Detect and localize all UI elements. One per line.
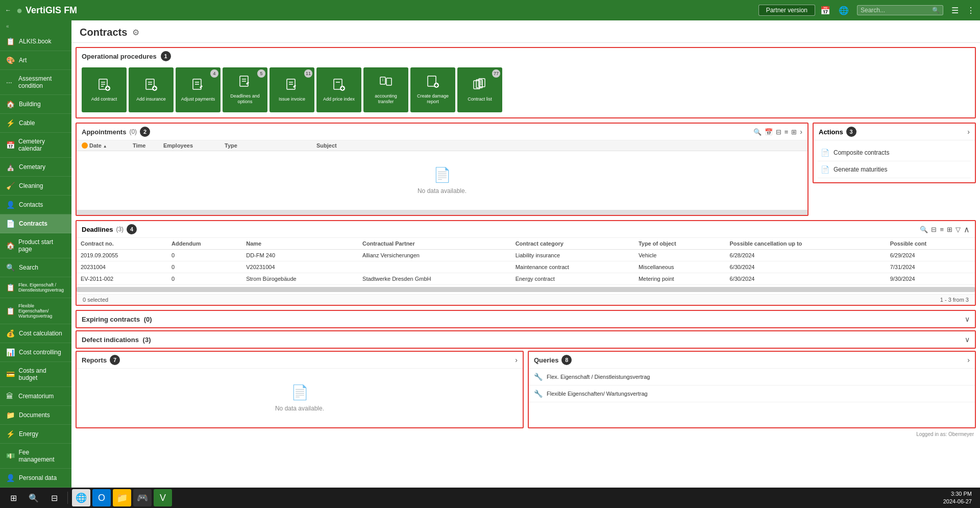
vertigis-app[interactable]: V bbox=[154, 489, 172, 506]
appt-expand-icon[interactable]: › bbox=[800, 128, 802, 136]
sidebar-item-flex1[interactable]: 📋 Flex. Eigenschaft / Dienstleistungsver… bbox=[0, 277, 71, 298]
sidebar-item-product-start[interactable]: 🏠 Product start page bbox=[0, 233, 71, 258]
appt-filter-icon[interactable]: ⊟ bbox=[776, 128, 781, 136]
expiring-contracts-header[interactable]: Expiring contracts (0) ∨ bbox=[77, 311, 975, 327]
appt-grid-icon[interactable]: ⊞ bbox=[791, 128, 797, 136]
sidebar-item-crematorium[interactable]: 🏛 Crematorium bbox=[0, 387, 71, 406]
contract-list-button[interactable]: 77 Contract list bbox=[457, 67, 502, 112]
sidebar-item-contracts[interactable]: 📄 Contracts bbox=[0, 214, 71, 233]
reports-title: Reports bbox=[82, 356, 107, 364]
sidebar-item-cleaning[interactable]: 🧹 Cleaning bbox=[0, 177, 71, 196]
create-damage-button[interactable]: Create damage report bbox=[410, 67, 455, 112]
sidebar-item-assessment[interactable]: ··· Assessment condition bbox=[0, 70, 71, 95]
dl-grid-icon[interactable]: ⊞ bbox=[947, 226, 952, 233]
issue-invoice-button[interactable]: 11 Issue invoice bbox=[270, 67, 314, 112]
sidebar-item-flex2[interactable]: 📋 Flexible Eigenschaften/ Wartungsvertra… bbox=[0, 298, 71, 324]
sidebar-item-contacts[interactable]: 👤 Contacts bbox=[0, 196, 71, 214]
dl-filter-icon[interactable]: ⊟ bbox=[931, 226, 937, 233]
appt-list-icon[interactable]: ≡ bbox=[785, 128, 789, 136]
sidebar-item-cost-ctrl[interactable]: 📊 Cost controlling bbox=[0, 343, 71, 362]
appointments-actions-row: Appointments (0) 2 🔍 📅 ⊟ ≡ ⊞ › bbox=[76, 123, 976, 216]
sidebar-item-personal[interactable]: 👤 Personal data bbox=[0, 469, 71, 488]
explorer-app[interactable]: 📁 bbox=[113, 489, 131, 506]
content-area: Contracts ⚙ Operational procedures 1 Add… bbox=[71, 20, 980, 488]
add-contract-button[interactable]: Add contract bbox=[82, 67, 127, 112]
sidebar-item-cemetary[interactable]: ⛪ Cemetary bbox=[0, 158, 71, 177]
deadlines-scrollbar[interactable] bbox=[77, 287, 975, 292]
globe-icon[interactable]: 🌐 bbox=[839, 6, 849, 15]
accounting-transfer-button[interactable]: accounting transfer bbox=[363, 67, 408, 112]
queries-expand-icon[interactable]: › bbox=[967, 356, 970, 364]
appt-scrollbar[interactable] bbox=[77, 210, 807, 215]
deadlines-label: Deadlines and options bbox=[226, 93, 264, 105]
reports-header: Reports 7 › bbox=[77, 352, 523, 369]
dl-funnel-icon[interactable]: ▽ bbox=[955, 226, 961, 233]
appt-col-time: Time bbox=[133, 142, 163, 149]
table-row[interactable]: 2019.09.20055 0 DD-FM 240 Allianz Versic… bbox=[77, 250, 975, 261]
sidebar-collapse[interactable]: « bbox=[0, 20, 71, 32]
adjust-payments-button[interactable]: 4 Adjust payments bbox=[176, 67, 220, 112]
sidebar-item-cemetery-calendar[interactable]: 📅 Cemetery calendar bbox=[0, 133, 71, 158]
contract-list-badge: 77 bbox=[492, 69, 500, 78]
search-input[interactable] bbox=[861, 7, 932, 14]
list-icon[interactable]: ☰ bbox=[951, 6, 959, 15]
reports-expand-icon[interactable]: › bbox=[515, 356, 518, 364]
sidebar-item-search[interactable]: 🔍 Search bbox=[0, 258, 71, 277]
query-item-flex1[interactable]: 🔧 Flex. Eigenschaft / Dienstleistungsver… bbox=[529, 369, 975, 385]
search-button[interactable]: 🔍 bbox=[24, 489, 43, 506]
appt-search-icon[interactable]: 🔍 bbox=[753, 128, 762, 136]
adjust-badge: 4 bbox=[210, 69, 218, 78]
appt-col-type: Type bbox=[225, 142, 316, 149]
search-box[interactable]: 🔍 bbox=[857, 5, 943, 15]
accounting-label: accounting transfer bbox=[366, 93, 405, 105]
dl-collapse-icon[interactable]: ∧ bbox=[964, 225, 970, 234]
defect-chevron[interactable]: ∨ bbox=[965, 335, 970, 344]
composite-contracts-action[interactable]: 📄 Composite contracts bbox=[818, 144, 971, 161]
sidebar-item-label: Fee management bbox=[19, 449, 65, 463]
sidebar-item-cable[interactable]: ⚡ Cable bbox=[0, 114, 71, 133]
cell-possible-cont: 6/29/2024 bbox=[886, 250, 975, 261]
sidebar-item-costs-budget[interactable]: 💳 Costs and budget bbox=[0, 362, 71, 387]
windows-button[interactable]: ⊞ bbox=[4, 489, 22, 506]
sidebar-item-fee-mgmt[interactable]: 💵 Fee management bbox=[0, 444, 71, 469]
partner-badge: Partner version bbox=[758, 5, 815, 16]
sidebar-item-documents[interactable]: 📁 Documents bbox=[0, 406, 71, 425]
cell-partner bbox=[358, 261, 511, 273]
back-button[interactable]: ← bbox=[5, 7, 11, 14]
actions-expand-icon[interactable]: › bbox=[967, 128, 970, 136]
settings-icon[interactable]: ⚙ bbox=[132, 28, 139, 37]
sidebar-item-energy[interactable]: ⚡ Energy bbox=[0, 425, 71, 444]
query-item-flex2[interactable]: 🔧 Flexible Eigenschaften/ Wartungsvertra… bbox=[529, 385, 975, 402]
expiring-chevron[interactable]: ∨ bbox=[965, 315, 970, 323]
chrome-app[interactable]: 🌐 bbox=[72, 489, 90, 506]
appointments-header: Appointments (0) 2 🔍 📅 ⊟ ≡ ⊞ › bbox=[77, 124, 807, 140]
add-insurance-button[interactable]: Add insurance bbox=[129, 67, 174, 112]
price-icon bbox=[332, 78, 346, 94]
accounting-icon bbox=[379, 75, 393, 91]
actions-number: 3 bbox=[846, 127, 856, 137]
topbar: ← ● VertiGIS FM Partner version 📅 🌐 🔍 ☰ … bbox=[0, 0, 980, 20]
svg-rect-28 bbox=[386, 78, 391, 85]
table-row[interactable]: 20231004 0 V20231004 Maintenance contrac… bbox=[77, 261, 975, 273]
outlook-app[interactable]: O bbox=[92, 489, 111, 506]
generate-maturities-action[interactable]: 📄 Generate maturities bbox=[818, 161, 971, 178]
dl-list-icon[interactable]: ≡ bbox=[940, 226, 944, 233]
operational-procedures-section: Operational procedures 1 Add contract Ad… bbox=[76, 47, 976, 118]
add-price-index-button[interactable]: Add price index bbox=[316, 67, 361, 112]
sidebar-item-building[interactable]: 🏠 Building bbox=[0, 95, 71, 114]
calendar-icon[interactable]: 📅 bbox=[820, 6, 830, 15]
deadlines-options-button[interactable]: 5 Deadlines and options bbox=[223, 67, 267, 112]
sidebar-item-art[interactable]: 🎨 Art bbox=[0, 51, 71, 70]
taskbar-separator bbox=[67, 492, 68, 504]
appt-calendar-icon[interactable]: 📅 bbox=[765, 128, 773, 136]
sidebar-item-alkis[interactable]: 📋 ALKIS.book bbox=[0, 32, 71, 51]
sidebar-item-cost-calc[interactable]: 💰 Cost calculation bbox=[0, 324, 71, 343]
deadlines-table-header-row: Contract no. Addendum Name Contractual P… bbox=[77, 238, 975, 250]
dl-search-icon[interactable]: 🔍 bbox=[920, 226, 928, 233]
media-app[interactable]: 🎮 bbox=[133, 489, 152, 506]
task-view-button[interactable]: ⊟ bbox=[45, 489, 63, 506]
reports-no-data-icon: 📄 bbox=[291, 384, 309, 401]
defect-header[interactable]: Defect indications (3) ∨ bbox=[77, 331, 975, 348]
table-row[interactable]: EV-2011-002 0 Strom Bürogebäude Stadtwer… bbox=[77, 273, 975, 285]
more-icon[interactable]: ⋮ bbox=[967, 6, 975, 15]
